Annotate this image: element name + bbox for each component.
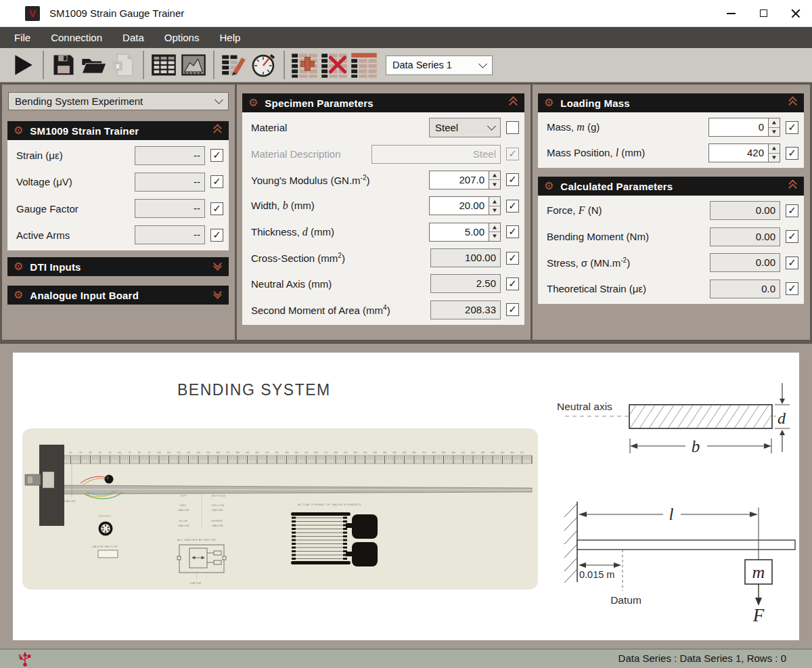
thickness-plot-checkbox[interactable]: ✓ (506, 225, 519, 238)
mass-position-spinner (768, 143, 780, 162)
spin-up-button[interactable] (489, 223, 500, 233)
width-plot-checkbox[interactable]: ✓ (506, 200, 519, 213)
svg-text:350: 350 (403, 451, 407, 454)
spin-down-button[interactable] (489, 232, 500, 241)
theoretical-strain-plot-checkbox[interactable]: ✓ (786, 282, 798, 295)
panel-header-calculated-parameters[interactable]: ⚙ Calculated Parameters (538, 177, 804, 196)
collapse-icon[interactable] (790, 99, 796, 108)
spin-down-button[interactable] (489, 180, 500, 189)
menu-options[interactable]: Options (154, 27, 210, 48)
experiment-selector-dropdown[interactable]: Bending System Experiment (8, 92, 229, 110)
gauge-factor-plot-checkbox[interactable]: ✓ (210, 202, 223, 215)
spin-up-button[interactable] (769, 118, 780, 128)
svg-text:50: 50 (109, 451, 112, 454)
material-description-plot-checkbox[interactable]: ✓ (506, 148, 519, 160)
minimize-button[interactable] (715, 0, 747, 27)
collapse-icon[interactable] (510, 99, 516, 108)
svg-text:290: 290 (344, 451, 348, 454)
spin-down-button[interactable] (769, 128, 780, 137)
active-arms-plot-checkbox[interactable]: ✓ (210, 229, 223, 242)
spin-up-button[interactable] (489, 197, 500, 206)
youngs-modulus-plot-checkbox[interactable]: ✓ (506, 173, 519, 186)
bending-moment-plot-checkbox[interactable]: ✓ (786, 230, 798, 243)
svg-text:YELLOW: YELLOW (211, 504, 225, 507)
panel-header-analogue-input-board[interactable]: ⚙ Analogue Input Board (7, 286, 229, 305)
strain-plot-checkbox[interactable]: ✓ (210, 149, 223, 162)
svg-text:300: 300 (353, 451, 357, 454)
material-plot-checkbox[interactable] (506, 121, 519, 134)
spin-down-button[interactable] (489, 206, 500, 215)
svg-text:160: 160 (216, 451, 220, 454)
minimize-icon (727, 13, 736, 14)
panel-header-strain-trainer[interactable]: ⚙ SM1009 Strain Trainer (7, 121, 229, 140)
start-button[interactable] (8, 50, 38, 80)
force-label: Force, F (N) (547, 204, 710, 217)
bending-moment-label: Bending Moment (Nm) (547, 231, 710, 242)
svg-text:470: 470 (520, 451, 524, 454)
gauge-factor-label: Gauge Factor (16, 203, 135, 215)
menu-file[interactable]: File (4, 27, 41, 48)
panel-header-dti-inputs[interactable]: ⚙ DTI Inputs (7, 257, 229, 276)
material-label: Material (251, 122, 429, 133)
mass-plot-checkbox[interactable]: ✓ (786, 121, 798, 134)
second-moment-plot-checkbox[interactable]: ✓ (506, 303, 519, 316)
open-button[interactable] (78, 50, 108, 80)
save-button[interactable] (49, 50, 78, 80)
youngs-modulus-value[interactable]: 207.0 (429, 171, 489, 190)
view-table-button[interactable] (149, 50, 179, 80)
bending-moment-row: Bending Moment (Nm)0.00✓ (538, 227, 804, 246)
apparatus-illustration: 1020304050607080901001101201301401501601… (22, 428, 538, 589)
data-series-dropdown[interactable]: Data Series 1 (386, 55, 493, 75)
svg-text:BLUE: BLUE (179, 519, 187, 522)
maximize-button[interactable] (747, 0, 780, 27)
add-data-series-button[interactable] (290, 50, 319, 80)
mass-position-value[interactable]: 420 (708, 143, 768, 162)
svg-text:330: 330 (383, 451, 387, 454)
expand-icon[interactable] (215, 264, 221, 269)
neutral-axis-plot-checkbox[interactable]: ✓ (506, 277, 519, 290)
export-excel-button[interactable]: x (108, 50, 138, 80)
cross-section-plot-checkbox[interactable]: ✓ (506, 252, 519, 265)
menu-data[interactable]: Data (112, 27, 154, 48)
select-data-series-button[interactable] (349, 50, 379, 80)
edit-layout-button[interactable] (219, 50, 249, 80)
width-value[interactable]: 20.00 (429, 196, 489, 215)
thickness-value[interactable]: 5.00 (429, 223, 489, 242)
stress-plot-checkbox[interactable]: ✓ (786, 257, 798, 269)
svg-text:410: 410 (461, 451, 466, 454)
width-row: Width, b (mm)20.00✓ (242, 196, 524, 215)
svg-text:20: 20 (79, 451, 82, 454)
delete-data-series-button[interactable] (319, 50, 349, 80)
collapse-icon[interactable] (215, 127, 221, 135)
view-meters-button[interactable] (249, 50, 279, 80)
close-button[interactable] (780, 0, 812, 27)
play-icon (11, 53, 35, 77)
svg-text:GAUGE: GAUGE (212, 524, 223, 527)
mass-position-plot-checkbox[interactable]: ✓ (786, 147, 798, 160)
voltage-plot-checkbox[interactable]: ✓ (210, 175, 223, 188)
svg-text:370: 370 (422, 451, 426, 454)
second-moment-value: 208.33 (430, 300, 501, 319)
table-header-icon (350, 51, 378, 79)
svg-text:GAUGE: GAUGE (212, 508, 223, 512)
strain-value: -- (135, 146, 205, 165)
menu-connection[interactable]: Connection (41, 27, 112, 48)
view-graph-button[interactable] (179, 50, 208, 80)
spin-up-button[interactable] (489, 171, 500, 181)
table-cross-icon (320, 51, 348, 79)
save-floppy-icon (51, 52, 76, 78)
spin-down-button[interactable] (769, 154, 780, 162)
spin-up-button[interactable] (769, 144, 780, 154)
svg-text:BOTTOM: BOTTOM (212, 494, 225, 497)
collapse-icon[interactable] (790, 183, 796, 191)
panel-header-loading-mass[interactable]: ⚙ Loading Mass (538, 93, 804, 112)
force-plot-checkbox[interactable]: ✓ (786, 204, 798, 217)
expand-icon[interactable] (215, 292, 221, 298)
svg-text:440: 440 (491, 451, 495, 454)
panel-header-specimen-parameters[interactable]: ⚙ Specimen Parameters (242, 93, 524, 112)
mass-value[interactable]: 0 (708, 118, 768, 137)
close-icon (790, 8, 801, 19)
menu-help[interactable]: Help (209, 27, 250, 48)
material-dropdown[interactable]: Steel (429, 118, 501, 137)
svg-text:360: 360 (412, 451, 416, 454)
